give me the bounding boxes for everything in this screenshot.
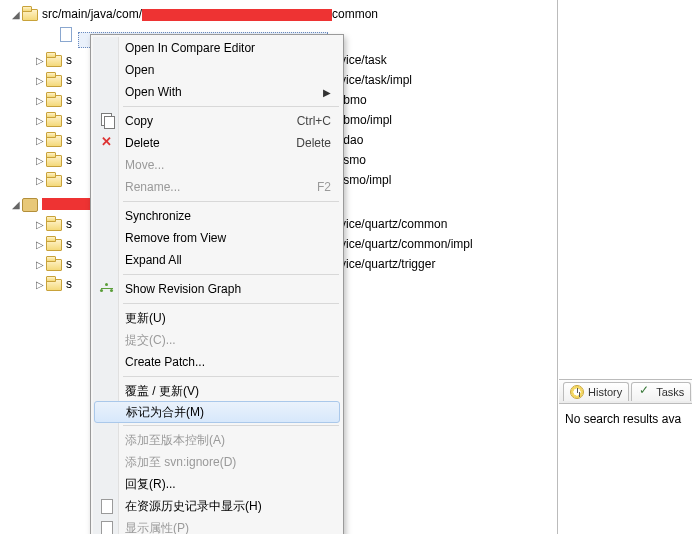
collapse-icon[interactable]: ◢ — [10, 199, 22, 210]
menu-separator — [123, 106, 339, 107]
menu-open-with[interactable]: Open With▶ — [93, 81, 341, 103]
package-icon — [46, 132, 62, 148]
expand-icon[interactable]: ▷ — [34, 155, 46, 166]
menu-separator — [123, 376, 339, 377]
package-icon — [22, 6, 38, 22]
tree-root-label: src/main/java/com/common — [42, 7, 378, 21]
search-results-message: No search results ava — [559, 404, 692, 434]
expand-icon[interactable]: ▷ — [34, 135, 46, 146]
tab-tasks[interactable]: Tasks — [631, 382, 691, 401]
graph-icon — [99, 281, 115, 297]
menu-open[interactable]: Open — [93, 59, 341, 81]
menu-move: Move... — [93, 154, 341, 176]
tab-label: Tasks — [656, 386, 684, 398]
menu-separator — [123, 303, 339, 304]
expand-icon[interactable]: ▷ — [34, 115, 46, 126]
shortcut-label: Delete — [296, 136, 331, 150]
expand-icon[interactable]: ▷ — [34, 219, 46, 230]
menu-remove-from-view[interactable]: Remove from View — [93, 227, 341, 249]
copy-icon — [99, 113, 115, 129]
tree-item-label: s — [66, 277, 72, 291]
right-panel: History Tasks No search results ava — [559, 0, 692, 534]
project-icon — [22, 196, 38, 212]
package-icon — [46, 112, 62, 128]
package-icon — [46, 152, 62, 168]
expand-icon[interactable]: ▷ — [34, 95, 46, 106]
expand-icon[interactable]: ▷ — [34, 175, 46, 186]
tab-label: History — [588, 386, 622, 398]
package-icon — [46, 172, 62, 188]
menu-override-update[interactable]: 覆盖 / 更新(V) — [93, 380, 341, 402]
bottom-tabs[interactable]: History Tasks — [559, 380, 692, 404]
menu-commit: 提交(C)... — [93, 329, 341, 351]
submenu-arrow-icon: ▶ — [323, 87, 331, 98]
properties-icon — [99, 520, 115, 534]
menu-show-revision-graph[interactable]: Show Revision Graph — [93, 278, 341, 300]
menu-expand-all[interactable]: Expand All — [93, 249, 341, 271]
collapse-icon[interactable]: ◢ — [10, 9, 22, 20]
delete-icon — [99, 135, 115, 151]
menu-copy[interactable]: CopyCtrl+C — [93, 110, 341, 132]
history-file-icon — [99, 498, 115, 514]
menu-add-version-control: 添加至版本控制(A) — [93, 429, 341, 451]
right-empty-area — [559, 0, 692, 380]
package-icon — [46, 276, 62, 292]
menu-open-compare[interactable]: Open In Compare Editor — [93, 37, 341, 59]
file-icon — [58, 26, 74, 42]
tree-root-row[interactable]: ◢ src/main/java/com/common — [0, 4, 557, 24]
menu-separator — [123, 425, 339, 426]
package-icon — [46, 256, 62, 272]
expand-icon[interactable]: ▷ — [34, 259, 46, 270]
menu-synchronize[interactable]: Synchronize — [93, 205, 341, 227]
menu-rename: Rename...F2 — [93, 176, 341, 198]
expand-icon[interactable]: ▷ — [34, 75, 46, 86]
tasks-icon — [638, 385, 652, 399]
package-icon — [46, 72, 62, 88]
menu-add-svn-ignore: 添加至 svn:ignore(D) — [93, 451, 341, 473]
menu-show-properties: 显示属性(P) — [93, 517, 341, 534]
package-icon — [46, 92, 62, 108]
history-icon — [570, 385, 584, 399]
shortcut-label: Ctrl+C — [297, 114, 331, 128]
menu-create-patch[interactable]: Create Patch... — [93, 351, 341, 373]
menu-revert[interactable]: 回复(R)... — [93, 473, 341, 495]
package-explorer[interactable]: ◢ src/main/java/com/common ▷svice/task▷s… — [0, 0, 558, 534]
tab-history[interactable]: History — [563, 382, 629, 401]
package-icon — [46, 236, 62, 252]
menu-update[interactable]: 更新(U) — [93, 307, 341, 329]
package-icon — [46, 216, 62, 232]
package-icon — [46, 52, 62, 68]
menu-separator — [123, 201, 339, 202]
expand-icon[interactable]: ▷ — [34, 239, 46, 250]
expand-icon[interactable]: ▷ — [34, 55, 46, 66]
expand-icon[interactable]: ▷ — [34, 279, 46, 290]
menu-delete[interactable]: DeleteDelete — [93, 132, 341, 154]
context-menu: Open In Compare Editor Open Open With▶ C… — [90, 34, 344, 534]
menu-separator — [123, 274, 339, 275]
menu-show-in-history[interactable]: 在资源历史记录中显示(H) — [93, 495, 341, 517]
shortcut-label: F2 — [317, 180, 331, 194]
menu-mark-merged[interactable]: 标记为合并(M) — [94, 401, 340, 423]
